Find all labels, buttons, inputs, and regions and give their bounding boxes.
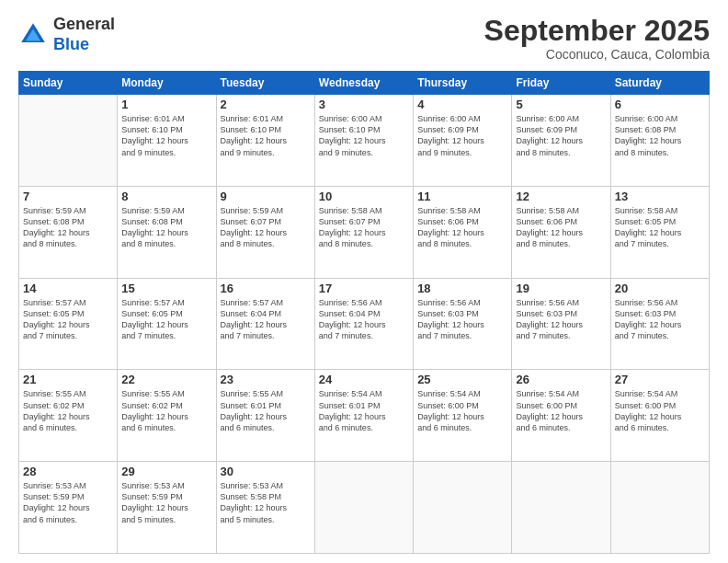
day-number: 3: [319, 98, 409, 111]
day-info: Sunrise: 5:56 AMSunset: 6:03 PMDaylight:…: [516, 297, 606, 342]
day-info: Sunrise: 5:54 AMSunset: 6:00 PMDaylight:…: [516, 388, 606, 433]
day-info: Sunrise: 5:56 AMSunset: 6:03 PMDaylight:…: [615, 297, 705, 342]
day-number: 10: [319, 190, 409, 203]
calendar-week-4: 28Sunrise: 5:53 AMSunset: 5:59 PMDayligh…: [19, 462, 710, 554]
calendar-cell: 30Sunrise: 5:53 AMSunset: 5:58 PMDayligh…: [216, 462, 314, 554]
day-number: 9: [221, 190, 311, 203]
day-number: 8: [121, 190, 211, 203]
calendar-cell: 7Sunrise: 5:59 AMSunset: 6:08 PMDaylight…: [19, 186, 118, 278]
calendar-week-3: 21Sunrise: 5:55 AMSunset: 6:02 PMDayligh…: [19, 370, 710, 462]
col-monday: Monday: [118, 72, 216, 95]
calendar-cell: 8Sunrise: 5:59 AMSunset: 6:08 PMDaylight…: [118, 186, 216, 278]
logo-icon: [18, 20, 48, 50]
logo-text: General Blue: [53, 15, 115, 54]
calendar-cell: 3Sunrise: 6:00 AMSunset: 6:10 PMDaylight…: [314, 95, 413, 187]
day-info: Sunrise: 6:00 AMSunset: 6:09 PMDaylight:…: [516, 113, 606, 158]
calendar-cell: 11Sunrise: 5:58 AMSunset: 6:06 PMDayligh…: [414, 186, 512, 278]
day-number: 27: [615, 373, 705, 386]
day-number: 7: [23, 190, 113, 203]
day-info: Sunrise: 5:59 AMSunset: 6:08 PMDaylight:…: [121, 205, 211, 250]
day-number: 13: [615, 190, 705, 203]
col-wednesday: Wednesday: [314, 72, 413, 95]
day-number: 4: [417, 98, 507, 111]
day-number: 5: [516, 98, 606, 111]
calendar-cell: 18Sunrise: 5:56 AMSunset: 6:03 PMDayligh…: [414, 278, 512, 370]
day-number: 1: [121, 98, 211, 111]
day-number: 16: [221, 282, 311, 295]
day-number: 22: [121, 373, 211, 386]
header-row: Sunday Monday Tuesday Wednesday Thursday…: [19, 72, 710, 95]
calendar-week-0: 1Sunrise: 6:01 AMSunset: 6:10 PMDaylight…: [19, 95, 710, 187]
calendar-cell: [314, 462, 413, 554]
day-info: Sunrise: 5:53 AMSunset: 5:58 PMDaylight:…: [221, 480, 311, 525]
day-number: 6: [615, 98, 705, 111]
calendar-header: Sunday Monday Tuesday Wednesday Thursday…: [19, 72, 710, 95]
calendar-cell: 28Sunrise: 5:53 AMSunset: 5:59 PMDayligh…: [19, 462, 118, 554]
day-info: Sunrise: 5:55 AMSunset: 6:02 PMDaylight:…: [121, 388, 211, 433]
day-number: 2: [221, 98, 311, 111]
day-info: Sunrise: 6:00 AMSunset: 6:10 PMDaylight:…: [319, 113, 409, 158]
day-number: 15: [121, 282, 211, 295]
logo: General Blue: [18, 15, 115, 54]
calendar-cell: 24Sunrise: 5:54 AMSunset: 6:01 PMDayligh…: [314, 370, 413, 462]
day-info: Sunrise: 5:59 AMSunset: 6:07 PMDaylight:…: [221, 205, 311, 250]
day-number: 12: [516, 190, 606, 203]
calendar-cell: 9Sunrise: 5:59 AMSunset: 6:07 PMDaylight…: [216, 186, 314, 278]
calendar-cell: 17Sunrise: 5:56 AMSunset: 6:04 PMDayligh…: [314, 278, 413, 370]
page: General Blue September 2025 Coconuco, Ca…: [0, 0, 728, 563]
calendar-cell: 29Sunrise: 5:53 AMSunset: 5:59 PMDayligh…: [118, 462, 216, 554]
day-number: 14: [23, 282, 113, 295]
calendar-week-1: 7Sunrise: 5:59 AMSunset: 6:08 PMDaylight…: [19, 186, 710, 278]
calendar-cell: 23Sunrise: 5:55 AMSunset: 6:01 PMDayligh…: [216, 370, 314, 462]
day-info: Sunrise: 5:57 AMSunset: 6:05 PMDaylight:…: [23, 297, 113, 342]
col-saturday: Saturday: [610, 72, 709, 95]
day-number: 23: [221, 373, 311, 386]
calendar-cell: 22Sunrise: 5:55 AMSunset: 6:02 PMDayligh…: [118, 370, 216, 462]
day-number: 24: [319, 373, 409, 386]
header: General Blue September 2025 Coconuco, Ca…: [18, 15, 710, 62]
day-number: 21: [23, 373, 113, 386]
calendar-cell: 21Sunrise: 5:55 AMSunset: 6:02 PMDayligh…: [19, 370, 118, 462]
calendar-cell: 20Sunrise: 5:56 AMSunset: 6:03 PMDayligh…: [610, 278, 709, 370]
calendar-body: 1Sunrise: 6:01 AMSunset: 6:10 PMDaylight…: [19, 95, 710, 554]
day-number: 20: [615, 282, 705, 295]
calendar-cell: [610, 462, 709, 554]
calendar-cell: 14Sunrise: 5:57 AMSunset: 6:05 PMDayligh…: [19, 278, 118, 370]
col-sunday: Sunday: [19, 72, 118, 95]
day-info: Sunrise: 5:54 AMSunset: 6:00 PMDaylight:…: [615, 388, 705, 433]
day-info: Sunrise: 5:58 AMSunset: 6:05 PMDaylight:…: [615, 205, 705, 250]
calendar-cell: [414, 462, 512, 554]
calendar-table: Sunday Monday Tuesday Wednesday Thursday…: [18, 71, 710, 554]
day-number: 28: [23, 465, 113, 478]
calendar-cell: 4Sunrise: 6:00 AMSunset: 6:09 PMDaylight…: [414, 95, 512, 187]
logo-general: General: [53, 15, 115, 33]
day-number: 18: [417, 282, 507, 295]
day-info: Sunrise: 5:55 AMSunset: 6:01 PMDaylight:…: [221, 388, 311, 433]
col-tuesday: Tuesday: [216, 72, 314, 95]
calendar-cell: 25Sunrise: 5:54 AMSunset: 6:00 PMDayligh…: [414, 370, 512, 462]
day-info: Sunrise: 5:53 AMSunset: 5:59 PMDaylight:…: [23, 480, 113, 525]
calendar-cell: 26Sunrise: 5:54 AMSunset: 6:00 PMDayligh…: [512, 370, 610, 462]
day-number: 19: [516, 282, 606, 295]
calendar-cell: 13Sunrise: 5:58 AMSunset: 6:05 PMDayligh…: [610, 186, 709, 278]
day-number: 11: [417, 190, 507, 203]
day-info: Sunrise: 5:55 AMSunset: 6:02 PMDaylight:…: [23, 388, 113, 433]
calendar-cell: 19Sunrise: 5:56 AMSunset: 6:03 PMDayligh…: [512, 278, 610, 370]
calendar-cell: 10Sunrise: 5:58 AMSunset: 6:07 PMDayligh…: [314, 186, 413, 278]
calendar-week-2: 14Sunrise: 5:57 AMSunset: 6:05 PMDayligh…: [19, 278, 710, 370]
day-number: 29: [121, 465, 211, 478]
calendar-cell: 12Sunrise: 5:58 AMSunset: 6:06 PMDayligh…: [512, 186, 610, 278]
calendar-cell: 6Sunrise: 6:00 AMSunset: 6:08 PMDaylight…: [610, 95, 709, 187]
col-friday: Friday: [512, 72, 610, 95]
day-info: Sunrise: 6:00 AMSunset: 6:08 PMDaylight:…: [615, 113, 705, 158]
day-number: 30: [221, 465, 311, 478]
calendar-cell: 1Sunrise: 6:01 AMSunset: 6:10 PMDaylight…: [118, 95, 216, 187]
day-number: 17: [319, 282, 409, 295]
calendar-cell: [19, 95, 118, 187]
calendar-cell: [512, 462, 610, 554]
col-thursday: Thursday: [414, 72, 512, 95]
location: Coconuco, Cauca, Colombia: [484, 47, 710, 62]
day-number: 26: [516, 373, 606, 386]
day-info: Sunrise: 5:54 AMSunset: 6:01 PMDaylight:…: [319, 388, 409, 433]
day-info: Sunrise: 5:56 AMSunset: 6:04 PMDaylight:…: [319, 297, 409, 342]
